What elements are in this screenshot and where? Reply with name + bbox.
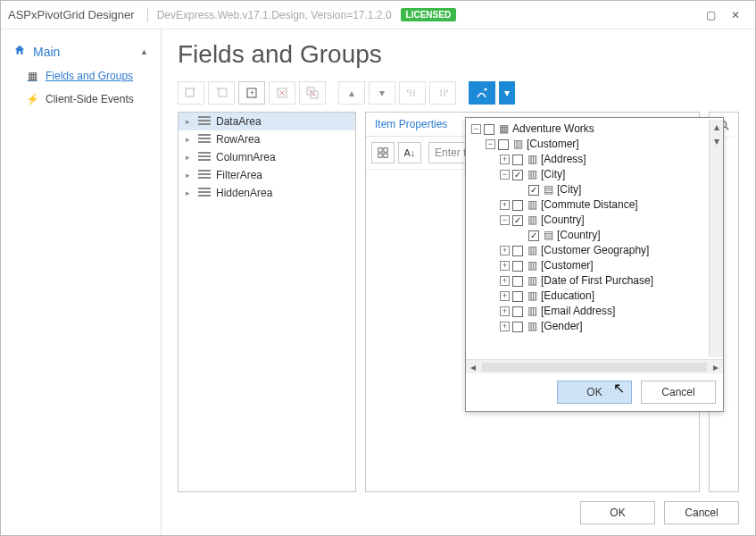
tree-checkbox[interactable]: [484, 124, 494, 135]
cancel-button[interactable]: Cancel: [664, 501, 739, 524]
add-button[interactable]: +: [238, 81, 265, 105]
area-label: ColumnArea: [216, 151, 276, 163]
tree-checkbox[interactable]: [512, 276, 523, 287]
expand-toggle[interactable]: −: [486, 139, 495, 149]
sidebar-item-client-events[interactable]: ⚡ Client-Side Events: [1, 88, 161, 111]
tree-node-label: [City]: [541, 167, 565, 182]
tree-node[interactable]: +▥[Gender]: [469, 319, 721, 334]
tree-checkbox[interactable]: [512, 170, 523, 180]
chevron-right-icon: ▸: [186, 153, 193, 162]
area-label: DataArea: [216, 115, 262, 128]
expand-toggle[interactable]: +: [500, 261, 510, 271]
tree-checkbox[interactable]: [512, 200, 523, 211]
popup-vertical-scrollbar[interactable]: ▴ ▾: [709, 120, 723, 357]
expand-toggle[interactable]: +: [500, 306, 510, 316]
tree-node[interactable]: +▥[Education]: [469, 289, 721, 304]
scroll-up-icon[interactable]: ▴: [710, 120, 723, 134]
tree-node-label: [Country]: [541, 213, 585, 228]
insert-after-button[interactable]: +: [208, 81, 235, 105]
tree-checkbox[interactable]: [512, 155, 523, 165]
tree-node[interactable]: −▥[Country]: [469, 213, 721, 228]
events-icon: ⚡: [26, 93, 38, 105]
popup-ok-button[interactable]: OK: [557, 381, 632, 404]
area-icon: [198, 170, 211, 180]
license-badge: LICENSED: [401, 8, 457, 21]
sidebar-header[interactable]: Main ▲: [1, 38, 161, 64]
node-type-icon: ▤: [542, 230, 554, 241]
tree-checkbox[interactable]: [512, 306, 523, 317]
field-picker-popup: −▦Adventure Works−▥[Customer]+▥[Address]…: [465, 117, 724, 412]
scroll-right-icon[interactable]: ▸: [709, 361, 723, 373]
expand-toggle[interactable]: −: [500, 215, 510, 225]
node-type-icon: ▥: [526, 170, 538, 180]
tree-node-label: [Date of First Purchase]: [541, 273, 653, 289]
svg-line-18: [726, 126, 729, 130]
tree-node[interactable]: +▥[Customer]: [469, 258, 721, 273]
remove-all-button[interactable]: [299, 81, 326, 105]
popup-cancel-button[interactable]: Cancel: [641, 381, 716, 404]
insert-before-button[interactable]: +: [178, 81, 204, 105]
expand-toggle[interactable]: +: [500, 291, 510, 301]
tree-node[interactable]: −▦Adventure Works: [469, 121, 721, 137]
tree-node-label: [Commute Distance]: [541, 197, 638, 213]
expand-toggle[interactable]: −: [471, 124, 481, 134]
tree-checkbox[interactable]: [512, 291, 523, 302]
tree-checkbox[interactable]: [528, 185, 539, 196]
alphabetical-button[interactable]: A↓: [398, 142, 421, 163]
expand-toggle[interactable]: +: [500, 200, 510, 210]
remove-button[interactable]: [269, 81, 295, 105]
close-button[interactable]: ✕: [723, 6, 748, 24]
move-up-button[interactable]: ▴: [338, 81, 365, 105]
tree-checkbox[interactable]: [498, 139, 509, 150]
tree-node[interactable]: ▤[Country]: [469, 228, 721, 243]
window-title: ASPxPivotGrid Designer: [8, 8, 135, 21]
retrieve-fields-dropdown[interactable]: ▾: [499, 81, 515, 105]
tree-node[interactable]: ▤[City]: [469, 182, 721, 197]
move-down-button[interactable]: ▾: [369, 81, 395, 105]
area-row[interactable]: ▸HiddenArea: [179, 184, 355, 202]
tree-node[interactable]: +▥[Commute Distance]: [469, 197, 721, 213]
assembly-version: DevExpress.Web.v17.1.Design, Version=17.…: [157, 9, 392, 21]
tree-checkbox[interactable]: [512, 322, 523, 332]
tree-node[interactable]: −▥[Customer]: [469, 137, 721, 152]
tree-node-label: [Education]: [541, 289, 594, 304]
expand-toggle[interactable]: −: [500, 170, 510, 180]
ok-button[interactable]: OK: [580, 501, 655, 524]
outdent-button[interactable]: [399, 81, 426, 105]
area-row[interactable]: ▸DataArea: [179, 113, 355, 130]
node-type-icon: ▥: [526, 246, 538, 256]
area-row[interactable]: ▸FilterArea: [179, 166, 355, 184]
tree-checkbox[interactable]: [528, 230, 539, 241]
scroll-left-icon[interactable]: ◂: [466, 361, 480, 373]
expand-toggle[interactable]: +: [500, 322, 510, 331]
indent-button[interactable]: [429, 81, 456, 105]
scroll-track[interactable]: [482, 363, 707, 372]
sidebar: Main ▲ ▦ Fields and Groups ⚡ Client-Side…: [1, 29, 162, 535]
node-type-icon: ▥: [526, 291, 538, 302]
expand-toggle[interactable]: +: [500, 276, 510, 286]
area-row[interactable]: ▸RowArea: [179, 130, 355, 148]
tree-node[interactable]: +▥[Customer Geography]: [469, 243, 721, 258]
node-type-icon: ▥: [526, 215, 538, 226]
tree-checkbox[interactable]: [512, 261, 523, 272]
scroll-down-icon[interactable]: ▾: [710, 134, 723, 148]
tree-node[interactable]: −▥[City]: [469, 167, 721, 182]
expand-toggle[interactable]: +: [500, 155, 510, 164]
tree-checkbox[interactable]: [512, 215, 523, 226]
maximize-button[interactable]: ▢: [698, 6, 723, 24]
retrieve-fields-button[interactable]: [469, 81, 495, 105]
tree-node[interactable]: +▥[Email Address]: [469, 304, 721, 319]
tree-node[interactable]: +▥[Address]: [469, 152, 721, 167]
node-type-icon: ▥: [511, 139, 524, 150]
tree-node-label: [City]: [557, 182, 581, 197]
area-row[interactable]: ▸ColumnArea: [179, 148, 355, 166]
page-title: Fields and Groups: [178, 40, 739, 69]
popup-horizontal-scrollbar[interactable]: ◂ ▸: [466, 359, 723, 373]
expand-toggle[interactable]: +: [500, 246, 510, 255]
tree-node[interactable]: +▥[Date of First Purchase]: [469, 273, 721, 289]
sidebar-item-fields-groups[interactable]: ▦ Fields and Groups: [1, 64, 161, 88]
svg-text:+: +: [216, 86, 220, 93]
categorized-button[interactable]: [371, 142, 395, 163]
tree-checkbox[interactable]: [512, 246, 523, 256]
svg-line-11: [309, 89, 316, 96]
